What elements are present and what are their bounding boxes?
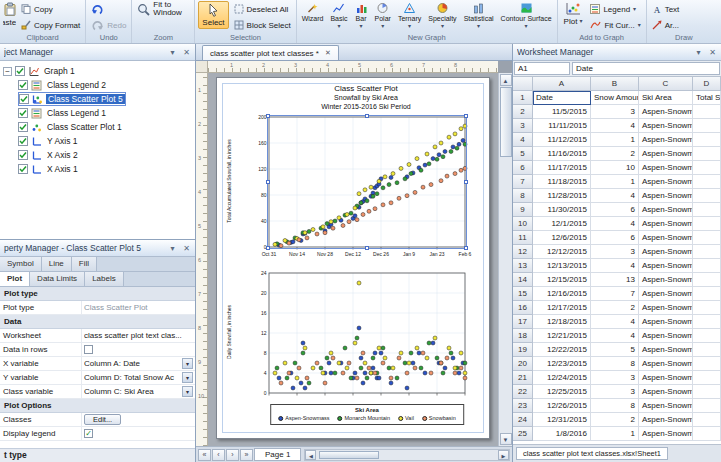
cell-C25[interactable]: Aspen-Snowmass [639,427,693,441]
row-header-11[interactable]: 11 [513,231,533,245]
cell-B17[interactable]: 4 [591,315,639,329]
cell-A23[interactable]: 12/26/2015 [533,399,591,413]
cell-A22[interactable]: 12/25/2015 [533,385,591,399]
row-header-17[interactable]: 17 [513,315,533,329]
row-header-6[interactable]: 6 [513,161,533,175]
last-page-button[interactable]: » [240,449,253,461]
cell-D12[interactable] [693,245,721,259]
cell-A10[interactable]: 12/1/2015 [533,217,591,231]
column-header-c[interactable]: C [639,77,693,91]
cell-C19[interactable]: Aspen-Snowmass [639,343,693,357]
undo-button[interactable] [89,2,128,16]
cell-D9[interactable] [693,203,721,217]
draw-arrow-button[interactable]: Ar... [650,18,682,32]
property-value-y-variable[interactable]: Column D: Total Snow Ac▾ [82,371,195,384]
cell-B18[interactable]: 4 [591,329,639,343]
cell-B11[interactable]: 6 [591,231,639,245]
cell-C4[interactable]: Aspen-Snowmass [639,133,693,147]
new-graph-statistical-button[interactable]: Statistical▾ [462,1,496,30]
row-header-7[interactable]: 7 [513,175,533,189]
tab-symbol[interactable]: Symbol [0,257,42,271]
tree-item-class-legend-1[interactable]: Class Legend 1 [18,106,195,120]
add-plot-button[interactable]: Plot▾ [561,1,586,27]
column-header-d[interactable]: D [693,77,721,91]
panel-close-icon[interactable]: ✕ [181,244,192,253]
cell-D1[interactable]: Total Snow Accumulation [693,91,721,105]
row-header-14[interactable]: 14 [513,273,533,287]
cell-B19[interactable]: 5 [591,343,639,357]
cell-B14[interactable]: 13 [591,273,639,287]
cell-B9[interactable]: 6 [591,203,639,217]
cell-A1[interactable]: Date [533,91,591,105]
cell-C14[interactable]: Aspen-Snowmass [639,273,693,287]
cell-A13[interactable]: 12/13/2015 [533,259,591,273]
scroll-right-arrow[interactable]: ▶ [498,450,509,460]
cell-B25[interactable]: 1 [591,427,639,441]
new-graph-ternary-button[interactable]: Ternary▾ [396,1,423,30]
cell-C21[interactable]: Aspen-Snowmass [639,371,693,385]
copy-button[interactable]: Copy [19,2,82,16]
cell-C11[interactable]: Aspen-Snowmass [639,231,693,245]
cell-name-box[interactable]: A1 [514,62,570,75]
tree-checkbox[interactable] [18,150,28,160]
cell-B3[interactable]: 4 [591,119,639,133]
row-header-18[interactable]: 18 [513,329,533,343]
formula-bar[interactable]: Date [572,62,720,75]
cell-C16[interactable]: Aspen-Snowmass [639,301,693,315]
cell-A20[interactable]: 12/23/2015 [533,357,591,371]
scroll-up-arrow[interactable]: ▲ [500,74,512,86]
cell-B5[interactable]: 2 [591,147,639,161]
cell-A15[interactable]: 12/16/2015 [533,287,591,301]
cell-B13[interactable]: 4 [591,259,639,273]
cell-B6[interactable]: 10 [591,161,639,175]
horizontal-scrollbar-thumb[interactable] [319,451,379,459]
graph-page[interactable]: Class Scatter Plot Snowfall by Ski Area … [216,77,490,439]
panel-close-icon[interactable]: ✕ [181,48,192,57]
new-graph-specialty-button[interactable]: Specialty▾ [426,1,458,30]
cell-B21[interactable]: 3 [591,371,639,385]
cell-D8[interactable] [693,189,721,203]
column-header-b[interactable]: B [591,77,639,91]
cell-A19[interactable]: 12/22/2015 [533,343,591,357]
cell-D11[interactable] [693,231,721,245]
tree-item-y-axis-1[interactable]: Y Axis 1 [18,134,195,148]
new-graph-wizard-button[interactable]: Wizard [300,1,326,24]
dropdown-arrow-icon[interactable]: ▾ [182,372,193,383]
cell-C24[interactable]: Aspen-Snowmass [639,413,693,427]
cell-A4[interactable]: 11/12/2015 [533,133,591,147]
row-header-2[interactable]: 2 [513,105,533,119]
new-graph-contour-surface-button[interactable]: Contour Surface▾ [499,1,554,30]
vertical-scrollbar[interactable]: ▲ ▼ [498,73,512,446]
cell-C3[interactable]: Aspen-Snowmass [639,119,693,133]
close-icon[interactable]: ✕ [325,49,331,57]
cell-C23[interactable]: Aspen-Snowmass [639,399,693,413]
cell-B20[interactable]: 8 [591,357,639,371]
cell-D14[interactable] [693,273,721,287]
tree-item-graph-1[interactable]: −Graph 1 [3,64,195,78]
row-header-9[interactable]: 9 [513,203,533,217]
cell-B4[interactable]: 1 [591,133,639,147]
cell-D6[interactable] [693,161,721,175]
scroll-left-arrow[interactable]: ◀ [305,450,316,460]
cell-C18[interactable]: Aspen-Snowmass [639,329,693,343]
document-tab[interactable]: class scatter plot text classes * ✕ [202,45,339,60]
paste-button[interactable]: aste [3,1,16,28]
fit-curve-button[interactable]: Fit Cur...▾ [588,18,642,32]
cell-D16[interactable] [693,301,721,315]
chart-title[interactable]: Class Scatter Plot [243,84,489,93]
cell-A25[interactable]: 1/8/2016 [533,427,591,441]
row-header-22[interactable]: 22 [513,385,533,399]
row-header-1[interactable]: 1 [513,91,533,105]
cell-D3[interactable] [693,119,721,133]
panel-menu-icon[interactable]: ▾ [693,48,704,57]
row-header-3[interactable]: 3 [513,119,533,133]
cell-A12[interactable]: 12/12/2015 [533,245,591,259]
cell-A17[interactable]: 12/18/2015 [533,315,591,329]
panel-menu-icon[interactable]: ▾ [167,48,178,57]
chart-subtitle[interactable]: Snowfall by Ski Area [243,94,489,101]
row-header-16[interactable]: 16 [513,301,533,315]
row-header-5[interactable]: 5 [513,147,533,161]
drawing-canvas[interactable]: Class Scatter Plot Snowfall by Ski Area … [208,73,498,446]
add-legend-button[interactable]: Legend▾ [588,2,642,16]
tab-data-limits[interactable]: Data Limits [30,272,85,286]
